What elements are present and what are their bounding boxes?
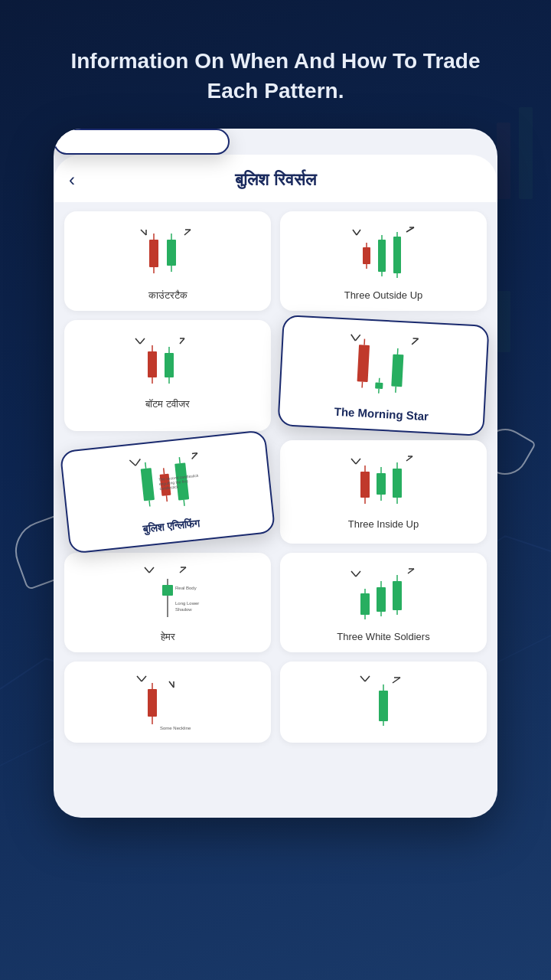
svg-rect-106 bbox=[148, 689, 157, 717]
card-three-outside-up[interactable]: Three Outside Up bbox=[280, 211, 487, 311]
card-bottom-left[interactable]: Some Neckline bbox=[64, 662, 271, 743]
svg-line-81 bbox=[149, 567, 154, 573]
svg-line-91 bbox=[356, 571, 360, 577]
app-header: ‹ बुलिश रिवर्सल bbox=[54, 155, 497, 202]
svg-line-51 bbox=[129, 460, 135, 467]
svg-line-56 bbox=[164, 469, 165, 475]
bullish-engulfing-chart: The second candlestick engulfing the fir… bbox=[70, 443, 263, 524]
card-counterattack-label: काउंटरटैक bbox=[148, 289, 187, 302]
three-outside-up-chart bbox=[288, 222, 479, 283]
three-inside-up-chart bbox=[288, 451, 479, 512]
svg-line-36 bbox=[180, 338, 184, 344]
svg-line-90 bbox=[351, 571, 356, 577]
svg-line-55 bbox=[149, 501, 150, 507]
card-bottom-tweezers[interactable]: बॉटम टवीजर bbox=[64, 320, 271, 431]
svg-line-16 bbox=[357, 230, 360, 235]
svg-line-108 bbox=[169, 681, 174, 688]
hammer-chart: Real Body Long Lower Shadow bbox=[72, 564, 263, 625]
svg-line-104 bbox=[142, 676, 146, 681]
svg-line-61 bbox=[184, 500, 184, 506]
svg-rect-44 bbox=[375, 383, 383, 390]
svg-rect-34 bbox=[165, 353, 174, 377]
svg-rect-4 bbox=[497, 291, 510, 352]
svg-line-58 bbox=[166, 496, 167, 502]
svg-rect-73 bbox=[377, 473, 386, 495]
svg-text:Shadow: Shadow bbox=[175, 607, 192, 612]
page-title: बुलिश रिवर्सल bbox=[235, 170, 315, 190]
bottom-right-chart bbox=[288, 672, 479, 733]
card-three-outside-up-label: Three Outside Up bbox=[344, 289, 423, 301]
svg-rect-76 bbox=[393, 469, 402, 498]
svg-line-80 bbox=[145, 567, 149, 573]
svg-line-62 bbox=[191, 453, 198, 459]
svg-rect-83 bbox=[162, 585, 173, 596]
svg-line-88 bbox=[180, 567, 186, 573]
card-three-inside-up[interactable]: Three Inside Up bbox=[280, 440, 487, 544]
svg-rect-93 bbox=[360, 593, 370, 615]
card-three-white-soldiers-label: Three White Soldiers bbox=[337, 631, 429, 642]
patterns-grid: काउंटरटैक bbox=[54, 202, 497, 752]
card-three-white-soldiers[interactable]: Three White Soldiers bbox=[280, 553, 487, 652]
bottom-tweezers-chart bbox=[72, 331, 263, 392]
svg-line-67 bbox=[351, 459, 356, 464]
svg-rect-41 bbox=[357, 345, 370, 383]
svg-text:Real Body: Real Body bbox=[175, 586, 197, 590]
card-morning-star[interactable]: The Morning Star bbox=[277, 315, 489, 436]
svg-line-26 bbox=[406, 227, 414, 232]
svg-line-29 bbox=[140, 338, 145, 344]
svg-line-28 bbox=[135, 338, 140, 344]
svg-line-15 bbox=[353, 230, 357, 235]
svg-line-5 bbox=[141, 230, 146, 235]
morning-star-chart bbox=[288, 328, 479, 407]
card-bullish-engulfing-label: बुलिश एन्लिफिंग bbox=[142, 517, 200, 536]
card-bullish-engulfing[interactable] bbox=[54, 129, 230, 155]
svg-line-101 bbox=[408, 569, 414, 573]
svg-line-49 bbox=[412, 338, 418, 345]
card-hammer-label: हेमर bbox=[161, 631, 175, 643]
svg-rect-24 bbox=[393, 237, 401, 273]
bottom-left-chart: Some Neckline bbox=[72, 672, 263, 733]
svg-rect-31 bbox=[148, 351, 157, 377]
svg-line-52 bbox=[135, 459, 141, 466]
svg-line-13 bbox=[184, 230, 191, 235]
svg-rect-99 bbox=[393, 581, 402, 610]
card-three-inside-up-label: Three Inside Up bbox=[348, 518, 419, 530]
svg-rect-114 bbox=[379, 691, 388, 721]
svg-line-68 bbox=[356, 459, 360, 464]
svg-line-103 bbox=[137, 676, 142, 681]
app-screen: ‹ बुलिश रिवर्सल bbox=[54, 155, 497, 752]
svg-rect-54 bbox=[141, 468, 155, 501]
svg-rect-21 bbox=[378, 240, 386, 272]
svg-line-59 bbox=[179, 458, 180, 464]
svg-rect-1 bbox=[497, 122, 510, 199]
svg-rect-70 bbox=[360, 472, 370, 498]
phone-container: ‹ बुलिश रिवर्सल bbox=[54, 129, 497, 818]
card-bottom-right[interactable] bbox=[280, 662, 487, 743]
three-white-soldiers-chart bbox=[288, 564, 479, 625]
svg-line-111 bbox=[360, 676, 365, 681]
svg-line-78 bbox=[406, 456, 412, 461]
svg-line-38 bbox=[350, 335, 355, 341]
back-button[interactable]: ‹ bbox=[69, 169, 75, 191]
svg-rect-18 bbox=[363, 247, 370, 264]
card-morning-star-label: The Morning Star bbox=[334, 405, 429, 423]
svg-text:Long Lower: Long Lower bbox=[175, 601, 199, 606]
svg-rect-96 bbox=[377, 587, 386, 612]
svg-line-116 bbox=[393, 678, 400, 683]
card-bullish-engulfing[interactable]: The second candlestick engulfing the fir… bbox=[60, 430, 276, 554]
svg-line-112 bbox=[365, 676, 370, 681]
svg-rect-11 bbox=[167, 240, 176, 266]
svg-rect-47 bbox=[391, 354, 403, 387]
card-hammer[interactable]: Real Body Long Lower Shadow हेमर bbox=[64, 553, 271, 652]
svg-rect-8 bbox=[149, 240, 158, 267]
svg-line-53 bbox=[145, 462, 146, 469]
card-bottom-tweezers-label: बॉटम टवीजर bbox=[145, 398, 190, 410]
svg-line-39 bbox=[355, 335, 360, 341]
card-counterattack[interactable]: काउंटरटैक bbox=[64, 211, 271, 311]
svg-text:Some Neckline: Some Neckline bbox=[160, 726, 191, 730]
header-title: Information On When And How To Trade Eac… bbox=[0, 0, 551, 129]
counterattack-chart bbox=[72, 222, 263, 283]
